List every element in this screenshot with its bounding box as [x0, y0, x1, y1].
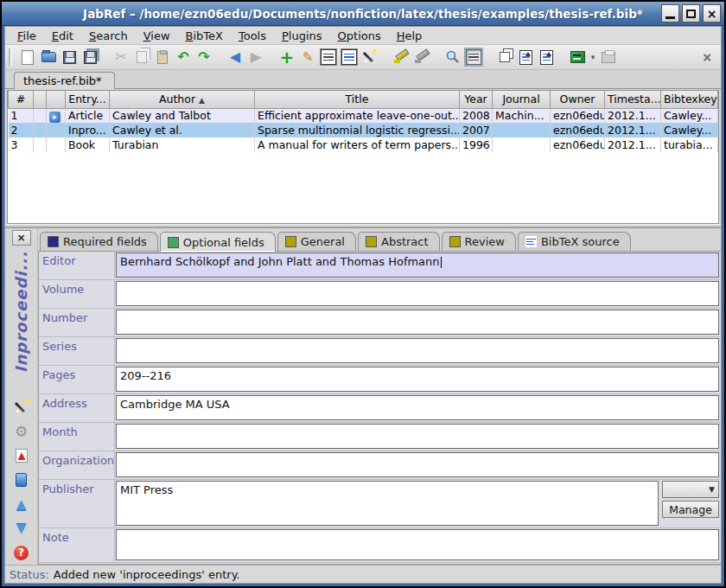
preview-pane-toggle-button[interactable]	[463, 47, 484, 67]
text-caret	[441, 257, 442, 268]
month-field-input[interactable]	[116, 424, 719, 449]
col-header-entrytype[interactable]: Entry...	[66, 91, 110, 108]
maximize-icon	[686, 10, 696, 18]
number-field-input[interactable]	[116, 310, 719, 335]
menu-bibtex[interactable]: BibTeX	[179, 28, 230, 44]
pages-field-input[interactable]: 209--216	[116, 367, 719, 392]
minimize-button[interactable]	[661, 4, 679, 22]
col-header-timestamp[interactable]: Timesta...	[605, 91, 661, 108]
menu-view[interactable]: View	[137, 28, 177, 44]
menu-options[interactable]: Options	[331, 28, 388, 44]
field-label: Series	[39, 337, 115, 365]
tab-bibtex-source[interactable]: BibTeX source	[518, 232, 631, 251]
col-header-year[interactable]: Year	[460, 91, 493, 108]
menu-file[interactable]: File	[10, 28, 43, 44]
editor-close-button[interactable]: ×	[12, 230, 31, 246]
col-header-bibtexkey[interactable]: Bibtexkey	[661, 91, 718, 108]
fetch-web-button-2[interactable]	[536, 47, 557, 67]
toggle-groups-button[interactable]	[339, 47, 360, 67]
undo-icon: ↶	[177, 50, 188, 64]
menu-tools[interactable]: Tools	[232, 28, 273, 44]
col-header-journal[interactable]: Journal	[493, 91, 551, 108]
col-header-title[interactable]: Title	[255, 91, 460, 108]
new-file-button[interactable]	[17, 47, 38, 67]
entry-table: # Entry... Author ▲ Title Year Journal O…	[8, 91, 718, 152]
save-button[interactable]	[59, 47, 80, 67]
col-header-author[interactable]: Author ▲	[110, 91, 255, 108]
save-all-button[interactable]	[80, 47, 100, 67]
col-header-number[interactable]: #	[9, 91, 34, 108]
maximize-button[interactable]	[682, 4, 700, 22]
tab-required-fields[interactable]: Required fields	[40, 232, 158, 251]
paste-button[interactable]	[152, 47, 173, 67]
down-arrow-icon: ▼	[16, 521, 27, 536]
fetch-web-button-1[interactable]	[515, 47, 536, 67]
open-note-button[interactable]	[12, 470, 31, 489]
toolbar-close-button[interactable]: ×	[697, 47, 717, 67]
toggle-preview-button[interactable]	[318, 47, 339, 67]
yellow-marker-icon	[394, 51, 408, 63]
push-dropdown-button[interactable]: ▾	[588, 47, 598, 67]
col-header-file[interactable]	[47, 91, 66, 108]
toolbar-drag-handle[interactable]	[9, 48, 12, 66]
duplicate-check-button[interactable]	[494, 47, 515, 67]
editor-field-input[interactable]: Bernhard Schölkopf and John Platt and Th…	[116, 252, 719, 278]
autoset-button[interactable]: ⚙	[12, 422, 31, 441]
forward-button[interactable]: ▶	[245, 47, 266, 67]
window-body: File Edit Search View BibTeX Tools Plugi…	[4, 26, 722, 584]
redo-button[interactable]: ↷	[194, 47, 214, 67]
tab-review[interactable]: Review	[442, 232, 516, 251]
print-preview-button[interactable]	[598, 47, 619, 67]
file-tab[interactable]: thesis-ref.bib*	[14, 72, 115, 89]
previous-entry-button[interactable]: ▲	[12, 495, 31, 514]
help-button[interactable]: ?	[12, 543, 31, 562]
tab-general[interactable]: General	[277, 232, 356, 251]
volume-field-input[interactable]	[116, 281, 719, 306]
new-entry-button[interactable]: +	[277, 47, 297, 67]
url-icon[interactable]: ▸	[49, 112, 60, 123]
series-field-input[interactable]	[116, 338, 719, 363]
col-header-owner[interactable]: Owner	[551, 91, 605, 108]
close-icon: ×	[707, 7, 717, 21]
col-header-rank[interactable]	[34, 91, 47, 108]
paste-icon	[157, 51, 168, 64]
file-tab-strip: thesis-ref.bib*	[5, 70, 721, 89]
organization-field-input[interactable]	[116, 452, 719, 477]
note-field-input[interactable]	[116, 529, 719, 560]
next-entry-button[interactable]: ▼	[12, 519, 31, 538]
unmark-entries-button[interactable]	[411, 47, 432, 67]
tab-abstract[interactable]: Abstract	[358, 232, 440, 251]
address-field-input[interactable]: Cambridge MA USA	[116, 395, 719, 420]
generate-key-button[interactable]	[12, 398, 31, 417]
table-row[interactable]: 1 ▸ Article Cawley and Talbot Efficient …	[9, 108, 718, 123]
field-row-month: Month	[39, 423, 721, 451]
cleanup-button[interactable]	[360, 47, 380, 67]
table-row[interactable]: 3 Book Turabian A manual for writers of …	[9, 137, 718, 152]
close-button[interactable]: ×	[703, 4, 721, 22]
field-label: Pages	[39, 366, 115, 393]
open-file-button[interactable]	[38, 47, 59, 67]
publisher-field-input[interactable]: MIT Press	[116, 481, 659, 526]
manage-button[interactable]: Manage	[662, 501, 719, 518]
edit-entry-button[interactable]: ✎	[297, 47, 318, 67]
menu-help[interactable]: Help	[390, 28, 430, 44]
open-pdf-button[interactable]	[12, 446, 31, 465]
copy-icon	[137, 51, 147, 63]
search-button[interactable]	[443, 47, 463, 67]
entry-type-label: Inproceedi...	[12, 251, 30, 373]
menu-plugins[interactable]: Plugins	[275, 28, 329, 44]
publisher-combo-box[interactable]: ▼	[662, 481, 719, 498]
menu-edit[interactable]: Edit	[45, 28, 80, 44]
table-row-selected[interactable]: 2 Inpro... Cawley et al. Sparse multinom…	[9, 123, 718, 137]
undo-button[interactable]: ↶	[173, 47, 194, 67]
push-to-application-button[interactable]	[567, 47, 588, 67]
mark-entries-button[interactable]	[391, 47, 411, 67]
menu-search[interactable]: Search	[82, 28, 135, 44]
editor-fields: Editor Bernhard Schölkopf and John Platt…	[38, 251, 721, 565]
field-row-volume: Volume	[39, 280, 721, 309]
back-button[interactable]: ◀	[225, 47, 245, 67]
cut-button[interactable]: ✂	[111, 47, 131, 67]
copy-button[interactable]	[131, 47, 152, 67]
tab-optional-fields[interactable]: Optional fields	[160, 232, 276, 252]
back-icon: ◀	[230, 50, 240, 64]
